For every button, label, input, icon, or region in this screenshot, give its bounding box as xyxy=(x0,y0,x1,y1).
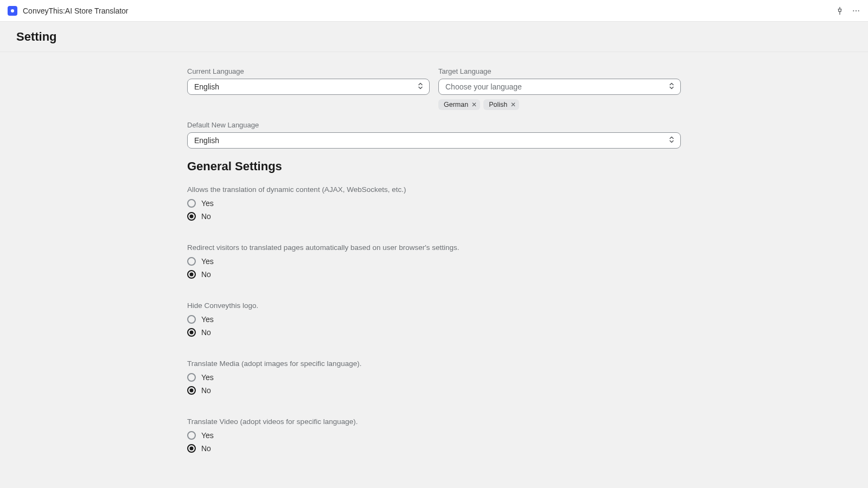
radio-yes[interactable]: Yes xyxy=(187,431,681,440)
current-language-value: English xyxy=(194,82,219,91)
chevron-updown-icon xyxy=(668,136,675,145)
radio-label: Yes xyxy=(201,257,214,266)
pin-icon[interactable] xyxy=(835,7,844,15)
radio-icon xyxy=(187,431,196,440)
language-row: Current Language English Target Language… xyxy=(187,67,681,110)
more-icon[interactable] xyxy=(852,7,860,15)
chevron-updown-icon xyxy=(417,82,424,92)
radio-icon xyxy=(187,199,196,208)
question-text: Hide Conveythis logo. xyxy=(187,301,681,310)
radio-icon xyxy=(187,328,196,337)
question-text: Allows the translation of dynamic conten… xyxy=(187,185,681,194)
header-right xyxy=(835,7,860,15)
language-tag-label: Polish xyxy=(489,101,507,108)
question-dynamic-content: Allows the translation of dynamic conten… xyxy=(187,185,681,221)
current-language-select[interactable]: English xyxy=(187,79,430,95)
general-settings-heading: General Settings xyxy=(187,159,681,174)
target-language-placeholder: Choose your language xyxy=(445,82,522,91)
question-hide-logo: Hide Conveythis logo. Yes No xyxy=(187,301,681,337)
app-title: ConveyThis:AI Store Translator xyxy=(23,7,129,15)
close-icon[interactable]: ✕ xyxy=(510,101,516,108)
radio-label: Yes xyxy=(201,315,214,324)
radio-icon xyxy=(187,386,196,395)
radio-label: No xyxy=(201,270,211,279)
question-translate-media: Translate Media (adopt images for specif… xyxy=(187,359,681,395)
content: Current Language English Target Language… xyxy=(0,52,868,488)
radio-label: No xyxy=(201,212,211,221)
page-title-row: Setting xyxy=(0,22,868,52)
radio-label: Yes xyxy=(201,199,214,208)
radio-no[interactable]: No xyxy=(187,386,681,395)
radio-yes[interactable]: Yes xyxy=(187,199,681,208)
default-language-row: Default New Language English xyxy=(187,121,681,149)
default-new-language-label: Default New Language xyxy=(187,121,681,129)
language-tag-label: German xyxy=(444,101,468,108)
language-tag: German ✕ xyxy=(438,99,480,110)
svg-point-1 xyxy=(856,10,857,11)
radio-label: No xyxy=(201,444,211,453)
question-text: Redirect visitors to translated pages au… xyxy=(187,243,681,252)
radio-no[interactable]: No xyxy=(187,444,681,453)
svg-point-2 xyxy=(858,10,859,11)
radio-icon xyxy=(187,444,196,453)
radio-label: Yes xyxy=(201,373,214,382)
current-language-col: Current Language English xyxy=(187,67,430,110)
radio-label: Yes xyxy=(201,431,214,440)
radio-icon xyxy=(187,212,196,221)
language-tag: Polish ✕ xyxy=(483,99,519,110)
default-new-language-value: English xyxy=(194,136,219,145)
radio-yes[interactable]: Yes xyxy=(187,257,681,266)
page-title: Setting xyxy=(16,30,57,44)
radio-label: No xyxy=(201,328,211,337)
target-language-label: Target Language xyxy=(438,67,681,75)
current-language-label: Current Language xyxy=(187,67,430,75)
radio-no[interactable]: No xyxy=(187,328,681,337)
target-language-col: Target Language Choose your language Ger… xyxy=(438,67,681,110)
form-wrap: Current Language English Target Language… xyxy=(187,67,681,476)
radio-no[interactable]: No xyxy=(187,270,681,279)
question-text: Translate Video (adopt videos for specif… xyxy=(187,418,681,426)
radio-label: No xyxy=(201,386,211,395)
app-header: ConveyThis:AI Store Translator xyxy=(0,0,868,22)
default-new-language-select[interactable]: English xyxy=(187,132,681,149)
target-language-tags: German ✕ Polish ✕ xyxy=(438,99,681,110)
question-text: Translate Media (adopt images for specif… xyxy=(187,359,681,368)
header-left: ConveyThis:AI Store Translator xyxy=(8,6,129,16)
close-icon[interactable]: ✕ xyxy=(471,101,477,108)
radio-no[interactable]: No xyxy=(187,212,681,221)
svg-point-0 xyxy=(853,10,854,11)
radio-icon xyxy=(187,315,196,324)
radio-icon xyxy=(187,373,196,382)
target-language-select[interactable]: Choose your language xyxy=(438,79,681,95)
radio-icon xyxy=(187,270,196,279)
app-icon xyxy=(8,6,17,16)
radio-yes[interactable]: Yes xyxy=(187,315,681,324)
radio-yes[interactable]: Yes xyxy=(187,373,681,382)
radio-icon xyxy=(187,257,196,266)
question-translate-video: Translate Video (adopt videos for specif… xyxy=(187,418,681,453)
chevron-updown-icon xyxy=(668,82,675,92)
question-auto-redirect: Redirect visitors to translated pages au… xyxy=(187,243,681,279)
